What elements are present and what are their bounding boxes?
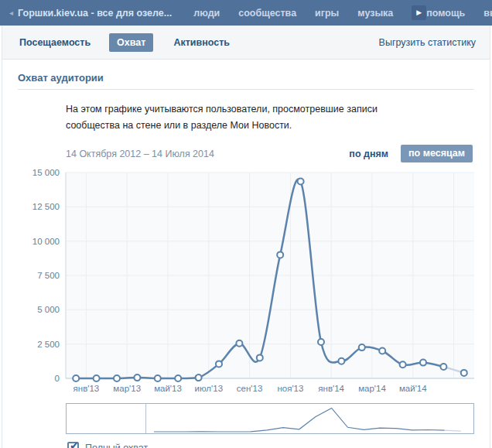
full-reach-row: ✔ Полный охват [67,442,490,448]
svg-text:7 500: 7 500 [37,271,60,280]
nav-item-communities[interactable]: сообщества [238,8,296,19]
tab-activity[interactable]: Активность [173,33,230,52]
full-reach-label: Полный охват [85,443,148,448]
nav-item-music[interactable]: музыка [357,8,393,19]
top-nav-bar: ◂ Горшки.kiev.ua - все для озеле... люди… [0,0,492,26]
community-back-link[interactable]: ◂ Горшки.kiev.ua - все для озеле... [9,8,172,19]
play-arrow-icon: ▶ [416,9,422,16]
community-title: Горшки.kiev.ua - все для озеле... [18,8,172,19]
chart-range-navigator[interactable] [66,403,474,434]
chart-header-row: 14 Октября 2012 – 14 Июля 2014 по дням п… [66,145,473,162]
svg-text:10 000: 10 000 [32,237,60,246]
svg-text:12 500: 12 500 [32,203,60,212]
svg-text:15 000: 15 000 [32,168,60,177]
svg-text:май'13: май'13 [154,384,182,393]
svg-text:5 000: 5 000 [37,306,60,315]
top-nav-links: люди сообщества игры музыка ▶ [193,5,426,20]
chart-description: На этом графике учитываются пользователи… [66,101,414,133]
vk-statistics-page: ◂ Горшки.kiev.ua - все для озеле... люди… [0,0,492,448]
svg-text:сен'13: сен'13 [237,384,262,393]
nav-item-help[interactable]: помощь [426,8,465,19]
navigator-mini-chart [67,404,473,433]
nav-more-button[interactable]: ▶ [412,5,426,20]
stats-tab-bar: Посещаемость Охват Активность Выгрузить … [2,26,490,60]
section-title: Охват аудитории [18,72,474,90]
check-icon: ✔ [70,439,79,448]
back-arrow-icon: ◂ [9,9,13,17]
by-days-button[interactable]: по дням [349,149,388,159]
svg-text:июл'13: июл'13 [195,384,224,393]
svg-text:0: 0 [55,374,60,383]
nav-item-logout[interactable]: выйти [483,8,492,19]
export-statistics-link[interactable]: Выгрузить статистику [379,37,476,48]
top-nav-right: помощь выйти [426,8,492,19]
by-months-button[interactable]: по месяцам [401,145,473,162]
date-range-label: 14 Октября 2012 – 14 Июля 2014 [66,149,214,159]
chart-area: 02 5005 0007 50010 00012 50015 000янв'13… [18,167,490,400]
content-frame: Посещаемость Охват Активность Выгрузить … [2,26,490,448]
svg-text:2 500: 2 500 [37,340,60,349]
svg-text:мар'13: мар'13 [113,384,141,393]
svg-text:май'14: май'14 [399,384,427,393]
nav-item-people[interactable]: люди [193,8,220,19]
nav-item-games[interactable]: игры [315,8,339,19]
svg-text:янв'13: янв'13 [73,384,100,393]
svg-text:янв'14: янв'14 [318,384,344,393]
svg-text:мар'14: мар'14 [358,384,386,393]
svg-text:ноя'13: ноя'13 [277,384,303,393]
reach-line-chart[interactable]: 02 5005 0007 50010 00012 50015 000янв'13… [18,167,479,398]
tab-visitors[interactable]: Посещаемость [19,33,91,52]
full-reach-checkbox[interactable]: ✔ [67,442,79,448]
tab-reach[interactable]: Охват [109,33,153,52]
